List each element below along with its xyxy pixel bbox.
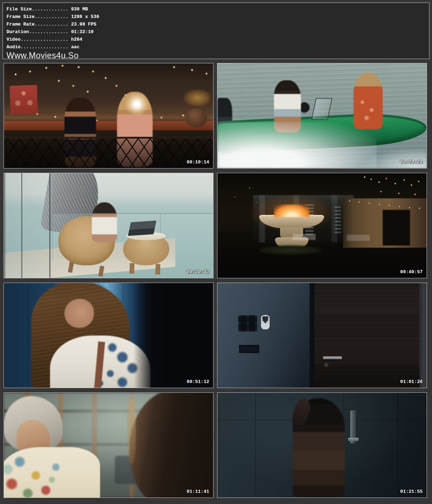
thumbnail-balcony: 00:30:43 (4, 173, 213, 278)
meta-field-audio: Audio.................aac (6, 43, 426, 51)
flames (274, 204, 310, 217)
floral-shirt (4, 447, 100, 498)
laptop (128, 220, 156, 236)
meta-value: aac (71, 44, 79, 50)
timestamp-overlay: 01:11:41 (187, 489, 209, 494)
timestamp-overlay: 01:01:26 (400, 379, 423, 384)
video-preview-sheet: File Size.............930 MB Frame Size.… (0, 3, 432, 498)
thumbnail-two-men: 01:11:41 (4, 392, 213, 498)
passenger-figure (354, 73, 383, 129)
site-watermark: Www.Movies4u.So (6, 51, 426, 59)
younger-man-silhouette (130, 392, 213, 498)
thumbnail-shower: 01:21:55 (217, 392, 427, 498)
meta-label: Duration.............. (6, 29, 68, 35)
bedroom-wall (217, 283, 310, 388)
bow-spray (364, 149, 427, 168)
planting-ring (259, 246, 322, 255)
meta-label: File Size............. (6, 6, 68, 12)
meta-field-frame-rate: Frame Rate............23.98 FPS (6, 21, 426, 28)
glass-wall (4, 173, 52, 278)
meta-label: Video................. (6, 37, 68, 42)
meta-label: Frame Size............ (6, 14, 68, 19)
door-handle (323, 356, 342, 360)
media-info-panel: File Size.............930 MB Frame Size.… (3, 3, 429, 59)
boat-wake-foam (217, 122, 377, 168)
bar-counter (4, 121, 213, 130)
timestamp-overlay: 01:21:55 (400, 489, 423, 494)
tree-string-lights (364, 176, 365, 178)
meta-value: 23.98 FPS (71, 22, 96, 27)
timestamp-overlay: 00:30:43 (187, 269, 209, 275)
string-lights (15, 73, 17, 75)
ac-remote-holder (261, 315, 270, 330)
meta-label: Audio................. (6, 44, 68, 50)
timestamp-overlay: 00:51:12 (187, 379, 209, 384)
timestamp-overlay: 00:40:57 (400, 269, 423, 275)
camera-flash-light (125, 94, 148, 114)
light-switch-panel (238, 315, 257, 331)
glowing-sign (184, 90, 211, 107)
dark-doorway (383, 210, 410, 246)
meta-field-frame-size: Frame Size............1280 x 536 (6, 13, 426, 21)
thumbnail-dark-door: 01:01:26 (217, 283, 427, 388)
meta-field-video: Video.................h264 (6, 36, 426, 43)
hair-strand-highlight (127, 399, 136, 464)
curtain-edge (419, 283, 427, 388)
meta-value: 01:32:10 (71, 29, 93, 35)
ceiling-spotlights (349, 201, 350, 202)
thumbnail-night-market: 00:10:14 (4, 63, 213, 168)
meta-value: h264 (71, 37, 82, 42)
meta-field-duration: Duration..............01:32:10 (6, 28, 426, 36)
thumbnail-woman-blouse: 00:51:12 (4, 283, 213, 388)
handbag (186, 108, 207, 127)
timestamp-overlay: 00:10:14 (187, 159, 209, 165)
wooden-door (314, 283, 419, 388)
hanging-light-cluster (334, 207, 341, 234)
red-banner (10, 85, 38, 114)
foreground-silhouette (134, 283, 213, 388)
thumbnail-courtyard-fire: 00:40:57 (217, 173, 427, 278)
metal-railing (4, 137, 213, 168)
meta-value: 1280 x 536 (71, 14, 99, 19)
timestamp-overlay: 00:20:28 (400, 159, 423, 165)
shower-bracket (348, 438, 359, 441)
benches (293, 234, 316, 240)
seated-woman-figure (92, 202, 117, 242)
meta-label: Frame Rate............ (6, 22, 68, 27)
meta-field-file-size: File Size.............930 MB (6, 5, 426, 13)
screenshot-grid: 00:10:14 00:20:28 00:30:43 (0, 63, 432, 498)
lower-switch-plate (239, 345, 259, 353)
thumbnail-speedboat: 00:20:28 (217, 63, 427, 168)
meta-value: 930 MB (71, 6, 88, 12)
woman-face (64, 299, 94, 328)
table-legs (129, 263, 134, 274)
